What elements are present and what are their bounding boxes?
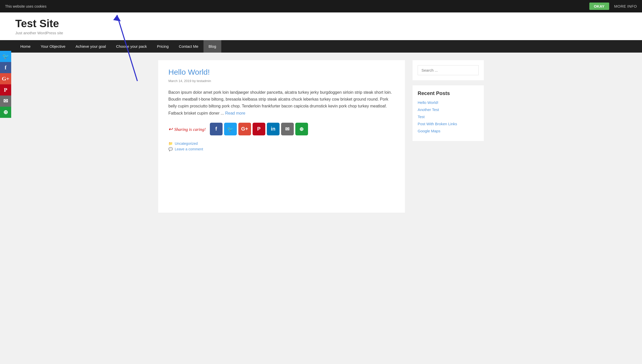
category-row: 📁 Uncategorized [168,141,395,146]
facebook-share-icon: f [215,126,217,132]
post-footer: 📁 Uncategorized 💬 Leave a comment [168,141,395,151]
pinterest-share-icon: P [257,126,260,132]
nav-item-your-objective[interactable]: Your Objective [36,40,70,53]
content-area: Hello World! March 14, 2019 by testadmin… [158,60,405,213]
nav-item-home[interactable]: Home [15,40,36,53]
list-item: Test [418,115,479,119]
search-widget [413,60,484,80]
list-item: Google Maps [418,129,479,133]
recent-posts-title: Recent Posts [418,90,479,96]
social-email-button[interactable]: ✉ [0,96,11,107]
share-facebook-button[interactable]: f [210,123,223,135]
linkedin-share-icon: in [271,126,275,132]
share-googleplus-button[interactable]: G+ [238,123,251,135]
main-nav: Home Your Objective Achieve your goal Ch… [0,40,642,53]
nav-item-choose[interactable]: Choose your pack [111,40,152,53]
post-meta: March 14, 2019 by testadmin [168,79,395,83]
nav-item-achieve[interactable]: Achieve your goal [70,40,111,53]
more-info-link[interactable]: MORE INFO [614,4,637,8]
nav-item-contact[interactable]: Contact Me [174,40,203,53]
twitter-share-icon: 🐦 [227,126,234,132]
recent-post-link-5[interactable]: Google Maps [418,129,440,133]
share-buttons: f 🐦 G+ P in ✉ ⊕ [210,123,308,135]
social-sidebar: 🐦 f G+ P ✉ ⊕ [0,51,11,118]
pinterest-icon: P [4,87,7,93]
list-item: Hello World! [418,100,479,105]
cookie-message: This website uses cookies [5,4,47,8]
nav-item-blog[interactable]: Blog [203,40,221,53]
social-more-button[interactable]: ⊕ [0,107,11,118]
cookie-actions: OKAY MORE INFO [589,3,637,10]
email-share-icon: ✉ [285,126,289,132]
list-item: Another Test [418,107,479,112]
folder-icon: 📁 [168,141,173,146]
post-title: Hello World! [168,68,395,76]
googleplus-share-icon: G+ [241,126,248,132]
facebook-icon: f [5,64,6,71]
comment-icon: 💬 [168,147,173,151]
sharing-label: Sharing is caring! [168,126,206,132]
googleplus-icon: G+ [2,75,9,82]
cookie-bar: This website uses cookies OKAY MORE INFO [0,0,642,12]
social-pinterest-button[interactable]: P [0,84,11,96]
post-content: Bacon ipsum dolor amet pork loin landjae… [168,89,395,117]
share-twitter-button[interactable]: 🐦 [224,123,237,135]
social-twitter-button[interactable]: 🐦 [0,51,11,62]
read-more-link[interactable]: Read more [225,111,245,115]
recent-posts-widget: Recent Posts Hello World! Another Test T… [413,85,484,141]
comment-row: 💬 Leave a comment [168,147,395,151]
site-header: Test Site Just another WordPress site [0,12,642,40]
main-wrapper: Hello World! March 14, 2019 by testadmin… [143,53,499,220]
social-googleplus-button[interactable]: G+ [0,73,11,84]
search-input[interactable] [418,65,479,75]
sharing-section: Sharing is caring! f 🐦 G+ P in ✉ [168,123,395,135]
okay-button[interactable]: OKAY [589,3,609,10]
site-tagline: Just another WordPress site [15,31,627,35]
share-email-button[interactable]: ✉ [281,123,294,135]
more-share-icon: ⊕ [299,126,304,132]
list-item: Post With Broken Links [418,122,479,126]
more-icon: ⊕ [3,109,8,116]
site-title: Test Site [15,18,627,30]
share-linkedin-button[interactable]: in [267,123,280,135]
nav-item-pricing[interactable]: Pricing [152,40,174,53]
sidebar: Recent Posts Hello World! Another Test T… [413,60,484,213]
social-facebook-button[interactable]: f [0,62,11,73]
recent-post-link-2[interactable]: Another Test [418,107,439,112]
comment-link[interactable]: Leave a comment [175,147,203,151]
recent-post-link-1[interactable]: Hello World! [418,100,438,105]
twitter-icon: 🐦 [2,53,9,60]
recent-posts-list: Hello World! Another Test Test Post With… [418,100,479,133]
email-icon: ✉ [3,98,8,104]
share-pinterest-button[interactable]: P [253,123,265,135]
recent-post-link-4[interactable]: Post With Broken Links [418,122,457,126]
recent-post-link-3[interactable]: Test [418,115,425,119]
share-more-button[interactable]: ⊕ [295,123,308,135]
category-link[interactable]: Uncategorized [175,141,198,146]
